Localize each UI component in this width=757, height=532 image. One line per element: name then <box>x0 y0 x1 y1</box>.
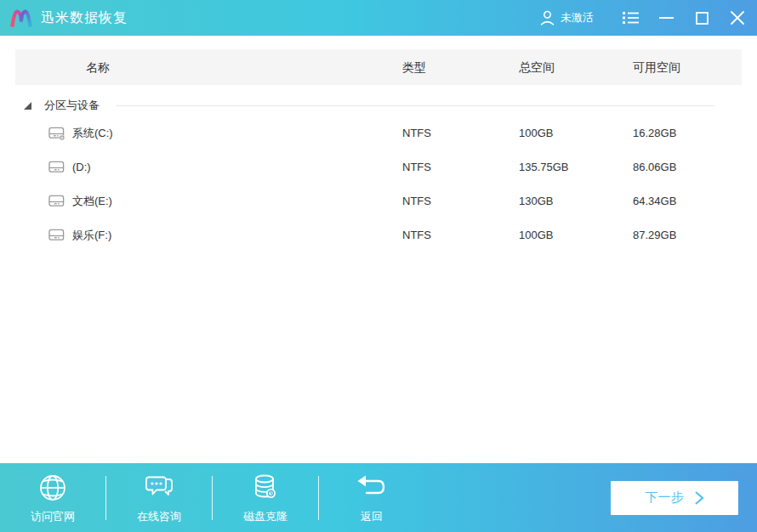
tree-group-divider <box>116 105 714 106</box>
drive-free: 87.29GB <box>633 218 676 252</box>
drive-free: 16.28GB <box>633 116 676 150</box>
next-step-button[interactable]: 下一步 <box>611 481 738 515</box>
close-icon <box>731 11 744 25</box>
action-label: 磁盘克隆 <box>243 509 287 524</box>
maximize-icon <box>696 12 709 25</box>
disk-clone-icon <box>248 471 282 505</box>
drive-name: 娱乐(F:) <box>72 218 111 252</box>
system-drive-icon <box>48 125 65 141</box>
drive-name: 系统(C:) <box>72 116 113 150</box>
app-title: 迅米数据恢复 <box>41 9 128 27</box>
table-row-drive-d[interactable]: (D:) NTFS 135.75GB 86.06GB <box>0 150 757 184</box>
next-step-label: 下一步 <box>646 490 684 506</box>
column-header-name: 名称 <box>86 49 110 85</box>
bottom-toolbar: 访问官网 在线咨询 磁 <box>0 463 757 532</box>
disk-clone-button[interactable]: 磁盘克隆 <box>213 463 318 532</box>
drive-type: NTFS <box>402 116 431 150</box>
user-icon <box>540 10 555 25</box>
chat-icon <box>142 471 176 505</box>
drive-list: 系统(C:) NTFS 100GB 16.28GB (D:) NTFS 135.… <box>0 116 757 252</box>
drive-icon <box>48 159 65 175</box>
column-header-total: 总空间 <box>519 49 555 85</box>
drive-total: 135.75GB <box>519 150 569 184</box>
task-list-icon <box>623 11 639 25</box>
close-button[interactable] <box>723 0 752 36</box>
task-list-button[interactable] <box>616 0 645 36</box>
activation-status-label: 未激活 <box>561 10 594 25</box>
drive-type: NTFS <box>402 218 431 252</box>
action-label: 在线咨询 <box>137 509 181 524</box>
drive-free: 86.06GB <box>633 150 676 184</box>
column-header-type: 类型 <box>402 49 426 85</box>
action-label: 访问官网 <box>31 509 75 524</box>
minimize-icon <box>659 11 674 25</box>
maximize-button[interactable] <box>687 0 716 36</box>
drive-total: 130GB <box>519 184 553 218</box>
drive-name: (D:) <box>72 150 91 184</box>
activation-status-button[interactable]: 未激活 <box>540 10 594 25</box>
titlebar: 迅米数据恢复 未激活 <box>0 0 757 36</box>
table-row-drive-f[interactable]: 娱乐(F:) NTFS 100GB 87.29GB <box>0 218 757 252</box>
online-support-button[interactable]: 在线咨询 <box>106 463 212 532</box>
drive-icon <box>48 193 65 209</box>
tree-group-row: 分区与设备 <box>0 93 757 118</box>
drive-icon <box>48 227 65 243</box>
table-row-drive-c[interactable]: 系统(C:) NTFS 100GB 16.28GB <box>0 116 757 150</box>
drive-name: 文档(E:) <box>72 184 112 218</box>
drive-total: 100GB <box>519 218 553 252</box>
globe-icon <box>36 471 70 505</box>
drive-type: NTFS <box>402 184 431 218</box>
table-row-drive-e[interactable]: 文档(E:) NTFS 130GB 64.34GB <box>0 184 757 218</box>
visit-website-button[interactable]: 访问官网 <box>0 463 105 532</box>
chevron-right-icon <box>694 490 704 506</box>
table-header: 名称 类型 总空间 可用空间 <box>15 49 742 85</box>
column-header-free: 可用空间 <box>633 49 680 85</box>
action-label: 返回 <box>361 509 383 524</box>
return-arrow-icon <box>355 471 389 505</box>
app-logo-m-icon <box>9 5 34 31</box>
app-window: 迅米数据恢复 未激活 <box>0 0 757 532</box>
tree-expand-toggle-icon[interactable] <box>23 99 33 111</box>
drive-free: 64.34GB <box>633 184 676 218</box>
drive-type: NTFS <box>402 150 431 184</box>
drive-total: 100GB <box>519 116 553 150</box>
minimize-button[interactable] <box>652 0 680 36</box>
back-button[interactable]: 返回 <box>319 463 424 532</box>
tree-group-label[interactable]: 分区与设备 <box>44 93 100 118</box>
